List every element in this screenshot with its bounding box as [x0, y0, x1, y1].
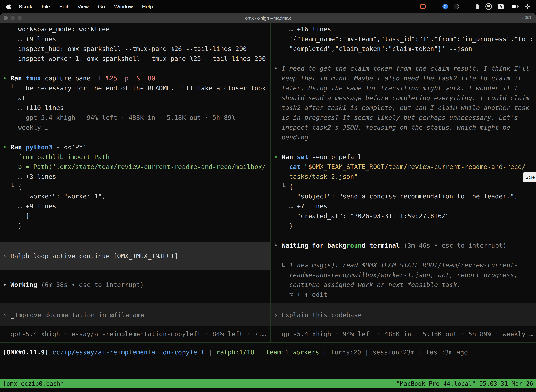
output-block: • Ran python3 - <<'PY' from pathlib impo… — [3, 142, 270, 231]
terminal-line: gpt-5.4 xhigh · 94% left · 488K in · 5.1… — [274, 329, 536, 339]
app-menu-name[interactable]: Slack — [19, 4, 32, 9]
screen: Slack File Edit View Go Window Help 61 A — [0, 0, 536, 392]
pane-divider-vertical[interactable] — [270, 23, 271, 343]
terminal-line: ↳ 1 new msg(s): read $OMX_TEAM_STATE_ROO… — [274, 260, 536, 270]
dots-grid-icon[interactable] — [465, 4, 469, 9]
menu-help[interactable]: Help — [142, 4, 153, 9]
spacer — [3, 231, 270, 242]
terminal-line: should send a message before completing … — [274, 93, 536, 103]
terminal-line: "subject": "send a concise recommendatio… — [274, 191, 536, 201]
spacer — [274, 326, 536, 329]
terminal-line: at — [3, 93, 270, 103]
terminal-line: workspace_mode: worktree — [3, 24, 270, 34]
output-block: • I need to get the claim token from the… — [274, 64, 536, 142]
terminal-line: … +7 lines — [274, 201, 536, 211]
battery-percent-icon[interactable]: 61 — [485, 3, 492, 10]
terminal-line: cat "$OMX_TEAM_STATE_ROOT/team/review-cu… — [274, 162, 536, 172]
spacer — [3, 132, 270, 142]
prompt-input-right[interactable]: › Explain this codebase — [271, 303, 536, 326]
terminal-line: └ { — [3, 182, 270, 191]
tmux-host-clock: "MacBook-Pro-44.local" 05:03 31-Mar-26 — [396, 380, 533, 387]
spacer — [274, 54, 536, 64]
spacer — [274, 250, 536, 260]
menu-file[interactable]: File — [42, 4, 50, 9]
blue-app-icon[interactable] — [442, 4, 448, 9]
terminal-line: "created_at": "2026-03-31T11:59:27.816Z" — [274, 211, 536, 221]
menu-window[interactable]: Window — [114, 4, 133, 9]
prompt-input-left[interactable]: › Improve documentation in @filename — [0, 303, 270, 326]
terminal-line: └ be necessary for the end of the README… — [3, 83, 270, 93]
input-source-icon[interactable]: A — [498, 4, 504, 9]
output-block: gpt-5.4 xhigh · essay/ai-reimplementatio… — [3, 329, 270, 339]
menu-edit[interactable]: Edit — [59, 4, 68, 9]
screen-overlay-tooltip[interactable]: Scre — [523, 172, 536, 182]
close-button[interactable] — [4, 16, 8, 20]
spacer — [274, 142, 536, 152]
terminal-line: … +110 lines — [3, 103, 270, 113]
terminal-line: gpt-5.4 xhigh · 94% left · 488K in · 5.1… — [3, 113, 270, 123]
terminal-line: is in progress? It seems likely but perh… — [274, 113, 536, 123]
terminal-line: • Waiting for background terminal (3m 46… — [274, 241, 536, 250]
tmux-session-label: [omx-cczip0:bash* — [3, 380, 64, 387]
right-pane[interactable]: … +16 lines '{"team_name":"my-team","tas… — [271, 23, 536, 342]
output-block: ↳ 1 new msg(s): read $OMX_TEAM_STATE_ROO… — [274, 260, 536, 300]
apple-menu-icon[interactable] — [6, 4, 12, 9]
tmux-status-bar: [omx-cczip0:bash* "MacBook-Pro-44.local"… — [0, 379, 536, 388]
terminal-line: └ { — [274, 182, 536, 191]
window-shortcut-hint: ⌥⌘1 — [520, 15, 532, 20]
terminal-line: "worker": "worker-1", — [3, 191, 270, 201]
terminal-line: readme-and-reco/mailbox/worker-1.json, a… — [274, 270, 536, 280]
minimize-button[interactable] — [10, 16, 15, 20]
terminal-line: } — [274, 221, 536, 231]
terminal-line: • Ran tmux capture-pane -t %25 -p -S -80 — [3, 73, 270, 83]
terminal-line: … +9 lines — [3, 201, 270, 211]
spacer — [3, 290, 270, 303]
output-block: workspace_mode: worktree … +9 lines insp… — [3, 24, 270, 64]
terminal-line: inspect_worker-1: omx sparkshell --tmux-… — [3, 54, 270, 64]
terminal-line: • I need to get the claim token from the… — [274, 64, 536, 73]
terminal-line: } — [3, 221, 270, 231]
terminal-line: … +9 lines — [3, 34, 270, 44]
terminal-line: ] — [3, 211, 270, 221]
left-pane[interactable]: workspace_mode: worktree … +9 lines insp… — [0, 23, 270, 342]
terminal-line: inspect_hud: omx sparkshell --tmux-pane … — [3, 44, 270, 54]
battery-icon[interactable] — [510, 5, 518, 9]
injected-message-band[interactable]: › Ralph loop active continue [OMX_TMUX_I… — [0, 242, 270, 270]
terminal-line: keep that in mind. Maybe I also need the… — [274, 73, 536, 83]
terminal-line: later. Using the same for transition mig… — [274, 83, 536, 93]
terminal-line: task2 after task1 is complete, but can I… — [274, 103, 536, 113]
screen-recording-icon[interactable] — [420, 4, 426, 9]
pane-divider-horizontal — [0, 342, 536, 343]
text-cursor — [10, 311, 14, 318]
terminal-line: … +16 lines — [274, 24, 536, 34]
spacer — [3, 326, 270, 329]
output-block: • Waiting for background terminal (3m 46… — [274, 241, 536, 250]
output-block: gpt-5.4 xhigh · 94% left · 488K in · 5.1… — [274, 329, 536, 339]
terminal-line: gpt-5.4 xhigh · essay/ai-reimplementatio… — [3, 329, 270, 339]
terminal-line: › Explain this codebase — [274, 310, 362, 320]
output-block: … +16 lines '{"team_name":"my-team","tas… — [274, 24, 536, 54]
dark-app-icon[interactable] — [454, 4, 459, 9]
menu-view[interactable]: View — [77, 4, 89, 9]
terminal-line: … +3 lines — [3, 172, 270, 182]
spacer — [3, 64, 270, 73]
spacer — [274, 300, 536, 303]
terminal-line: • Ran python3 - <<'PY' — [3, 142, 270, 152]
terminal-line: inspect task2's JSON, focusing on the st… — [274, 123, 536, 132]
spacer — [3, 270, 270, 280]
output-block: • Ran set -euo pipefail cat "$OMX_TEAM_S… — [274, 152, 536, 231]
window-title-bar[interactable]: omx --xhigh --madmax ⌥⌘1 — [0, 13, 536, 23]
fan-icon[interactable] — [525, 4, 530, 9]
ghost-app-icon[interactable] — [475, 4, 479, 9]
grid-app-icon[interactable] — [431, 4, 436, 9]
terminal-line: pending. — [274, 132, 536, 142]
menu-bar: Slack File Edit View Go Window Help 61 A — [0, 0, 536, 13]
menu-items: File Edit View Go Window Help — [42, 4, 153, 9]
terminal-line: › Ralph loop active continue [OMX_TMUX_I… — [3, 251, 178, 261]
terminal-line: p = Path('.omx/state/team/review-current… — [3, 162, 270, 172]
terminal-line: › Improve documentation in @filename — [3, 310, 144, 320]
menu-go[interactable]: Go — [98, 4, 105, 9]
terminal-line: continue assigned work or next feasible … — [274, 280, 536, 290]
terminal-line: • Working (6m 38s • esc to interrupt) — [3, 280, 270, 290]
zoom-button[interactable] — [18, 16, 22, 20]
